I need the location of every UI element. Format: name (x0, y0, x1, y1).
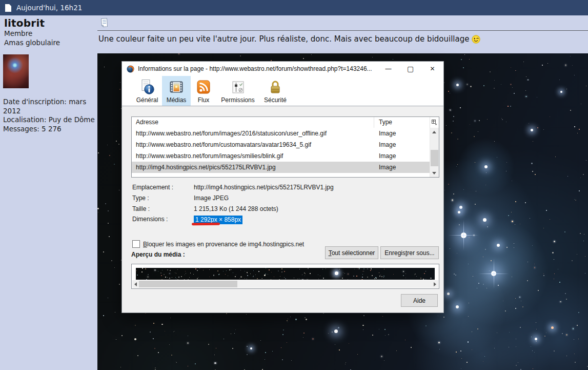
permissions-icon (230, 79, 246, 95)
securite-icon (268, 79, 283, 95)
maximize-icon[interactable]: ▢ (399, 62, 421, 76)
detail-value-type: Image JPEG (194, 194, 229, 202)
block-images-checkbox[interactable] (132, 240, 140, 248)
table-row[interactable]: http://www.webastro.net/forum/images/201… (132, 128, 430, 139)
detail-label-emplacement: Emplacement : (132, 184, 173, 191)
red-underline-annotation (192, 223, 220, 225)
thread-date-bar: Aujourd'hui, 16h21 (0, 0, 588, 15)
scrollbar-thumb[interactable] (139, 281, 237, 287)
preview-label: Aperçu du média : (131, 251, 185, 258)
scroll-left-icon[interactable] (132, 280, 139, 288)
post-header: Une couleur faite un peu vite l'autre jo… (97, 15, 588, 53)
table-row[interactable]: http://www.webastro.net/forum/images/smi… (132, 150, 430, 162)
avatar[interactable] (3, 54, 29, 88)
user-localisation: Localisation: Puy de Dôme (3, 115, 97, 125)
detail-label-taille: Taille : (132, 205, 150, 212)
close-icon[interactable]: ✕ (421, 62, 443, 76)
user-sidebar: litobrit Membre Amas globulaire Date d'i… (0, 15, 97, 370)
column-divider (374, 117, 374, 128)
tab-general-label: Général (136, 96, 158, 104)
column-picker-icon[interactable] (430, 117, 439, 128)
user-rank: Amas globulaire (4, 38, 60, 47)
tab-flux-label: Flux (198, 96, 210, 104)
firefox-icon (127, 65, 134, 73)
media-list: Adresse Type http://www.webastro.net/for… (131, 116, 439, 178)
username-link[interactable]: litobrit (4, 17, 45, 29)
screen: Aujourd'hui, 16h21 litobrit Membre Amas … (0, 0, 588, 370)
tab-securite-label: Sécurité (264, 96, 287, 104)
tab-flux[interactable]: Flux (191, 76, 216, 106)
media-preview-image[interactable] (136, 268, 435, 280)
post-text: Une couleur faite un peu vite l'autre jo… (98, 34, 469, 44)
tab-medias[interactable]: Médias (162, 76, 191, 106)
detail-label-type: Type : (132, 194, 149, 202)
table-row[interactable]: http://www.webastro.net/forum/customavat… (132, 139, 430, 150)
blink-smiley-icon (472, 35, 480, 44)
flux-icon (196, 79, 211, 95)
dialog-toolbar: Général Médias (122, 76, 443, 106)
tab-permissions[interactable]: Permissions (216, 76, 259, 106)
user-info: Date d'inscription: mars 2012 Localisati… (3, 98, 97, 133)
detail-value-taille: 1 215,13 Ko (1 244 288 octets) (194, 205, 278, 212)
help-button[interactable]: Aide (401, 294, 438, 307)
user-inscription: Date d'inscription: mars 2012 (3, 98, 97, 115)
vertical-scrollbar[interactable] (430, 128, 439, 177)
tab-medias-label: Médias (167, 96, 187, 104)
post-divider (97, 30, 588, 31)
block-images-checkbox-row[interactable]: Bloquer les images en provenance de img4… (132, 240, 304, 248)
column-header-type[interactable]: Type (379, 119, 392, 126)
general-icon (139, 79, 155, 95)
scrollbar-thumb[interactable] (431, 150, 438, 166)
select-all-button[interactable]: Tout sélectionner (325, 246, 378, 259)
medias-icon (169, 79, 184, 95)
page-icon (5, 4, 12, 12)
post-note-icon (100, 17, 109, 28)
user-role: Membre (4, 29, 32, 37)
column-header-adresse[interactable]: Adresse (136, 119, 158, 126)
scroll-right-icon[interactable] (432, 280, 438, 288)
nebula-glow (467, 246, 588, 370)
dialog-title: Informations sur la page - http://www.we… (138, 65, 377, 72)
detail-value-emplacement: http://img4.hostingpics.net/pics/552175L… (194, 184, 334, 191)
media-preview (131, 264, 439, 289)
tab-general[interactable]: Général (132, 76, 162, 106)
dialog-titlebar: Informations sur la page - http://www.we… (122, 62, 443, 76)
media-list-header[interactable]: Adresse Type (132, 117, 439, 128)
minimize-icon[interactable]: — (377, 62, 399, 76)
tab-permissions-label: Permissions (221, 96, 254, 104)
detail-label-dimensions: Dimensions : (132, 216, 168, 223)
save-as-button[interactable]: Enregistrer sous... (380, 246, 439, 259)
page-info-dialog: Informations sur la page - http://www.we… (121, 61, 444, 313)
tab-securite[interactable]: Sécurité (259, 76, 291, 106)
block-images-label: Bloquer les images en provenance de img4… (143, 241, 304, 248)
horizontal-scrollbar[interactable] (132, 280, 438, 288)
user-messages: Messages: 5 276 (3, 125, 97, 134)
scroll-up-icon[interactable] (430, 128, 438, 136)
table-row-selected[interactable]: http://img4.hostingpics.net/pics/552175L… (132, 162, 430, 173)
thread-date-label: Aujourd'hui, 16h21 (16, 4, 82, 12)
scroll-down-icon[interactable] (430, 169, 438, 177)
